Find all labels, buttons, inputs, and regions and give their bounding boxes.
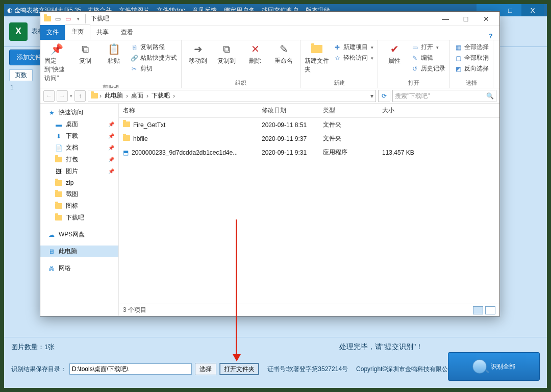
app-maximize[interactable]: □: [499, 4, 521, 16]
new-folder[interactable]: 新建文件夹: [305, 42, 329, 74]
breadcrumb[interactable]: › 此电脑› 桌面› 下载吧› ▾: [88, 90, 376, 102]
invert-selection[interactable]: ◩反向选择: [454, 64, 489, 74]
crumb-dropdown[interactable]: ▾: [370, 92, 373, 100]
magnifier-icon: [472, 359, 487, 374]
edit[interactable]: ✎编辑: [411, 53, 445, 63]
pages-tab[interactable]: 页数: [9, 69, 33, 81]
pin-button[interactable]: 📌固定到"快速访问": [44, 42, 69, 83]
copy-path[interactable]: ⎘复制路径: [130, 42, 177, 52]
rename[interactable]: ✎重命名: [271, 42, 296, 65]
tab-share[interactable]: 共享: [90, 25, 115, 40]
group-select: 选择: [454, 78, 489, 87]
nav-back[interactable]: ←: [43, 90, 55, 102]
open-folder-button[interactable]: 打开文件夹: [219, 363, 259, 375]
history[interactable]: ↺历史记录: [411, 64, 445, 74]
save-dir-input[interactable]: [69, 363, 192, 375]
view-details-icon[interactable]: [473, 306, 483, 314]
nav-forward[interactable]: →: [57, 90, 68, 102]
dialog-minimize[interactable]: —: [435, 13, 456, 24]
qat-dropdown[interactable]: ▾: [74, 15, 82, 23]
list-item[interactable]: Fire_GetTxt2020-09-11 8:51文件夹: [119, 118, 499, 132]
new-item[interactable]: ✚新建项目▾: [333, 42, 373, 52]
select-none[interactable]: ▢全部取消: [454, 53, 489, 63]
recognize-all-label: 识别全部: [491, 362, 515, 371]
nav-thispc[interactable]: 🖥此电脑: [40, 246, 118, 257]
view-large-icon[interactable]: [485, 306, 495, 314]
nav-tree: ★快速访问 ▬桌面📌 ⬇下载📌 📄文档📌 打包📌 🖼图片📌 zip 截图 图标 …: [40, 104, 119, 316]
list-item[interactable]: hbfile2020-09-11 9:37文件夹: [119, 132, 499, 145]
nav-tubiao[interactable]: 图标: [40, 200, 118, 212]
refresh-button[interactable]: ⟳: [378, 90, 390, 102]
nav-history-dd[interactable]: ▾: [70, 93, 72, 99]
tab-file[interactable]: 文件: [40, 25, 65, 40]
tab-view[interactable]: 查看: [115, 25, 139, 40]
nav-network[interactable]: 🖧网络: [40, 262, 118, 274]
column-headers[interactable]: 名称 修改日期 类型 大小: [119, 104, 499, 118]
cert-text: 证书号:软著登字第3527214号: [267, 365, 348, 374]
nav-zip[interactable]: zip: [40, 177, 118, 188]
easy-access[interactable]: ☆轻松访问▾: [333, 53, 373, 63]
qat-icon[interactable]: ▭: [54, 15, 62, 23]
save-dir-label: 识别结果保存目录：: [11, 365, 66, 374]
nav-wps[interactable]: ☁WPS网盘: [40, 229, 118, 240]
paste-button[interactable]: 📋粘贴: [102, 42, 126, 65]
move-to[interactable]: ➜移动到: [186, 42, 210, 65]
select-all[interactable]: ▦全部选择: [454, 42, 489, 52]
nav-documents[interactable]: 📄文档📌: [40, 142, 118, 154]
nav-jietu[interactable]: 截图: [40, 188, 118, 200]
nav-quick-access[interactable]: ★快速访问: [40, 107, 118, 118]
status-message: 处理完毕，请"提交识别"！: [222, 342, 540, 352]
app-close[interactable]: X: [521, 4, 544, 16]
dialog-close[interactable]: ✕: [476, 13, 496, 24]
folder-icon: [43, 15, 52, 23]
paste-shortcut[interactable]: 🔗粘贴快捷方式: [130, 53, 177, 63]
tab-home[interactable]: 主页: [65, 24, 90, 40]
list-item[interactable]: ⬒2000000233_9d7dcdda2db1cec1d4e...2020-0…: [119, 145, 499, 159]
nav-up[interactable]: ↑: [74, 90, 86, 102]
nav-desktop[interactable]: ▬桌面📌: [40, 118, 118, 130]
dialog-title: 下载吧: [91, 14, 109, 23]
group-organize: 组织: [186, 78, 296, 87]
app-icon: ◐: [7, 7, 12, 14]
qat-icon2[interactable]: ▭: [64, 15, 72, 23]
search-icon[interactable]: 🔍: [486, 92, 494, 100]
delete[interactable]: ✕删除: [243, 42, 267, 65]
copy-button[interactable]: ⧉复制: [73, 42, 97, 65]
image-count: 图片数量：1张: [11, 342, 222, 352]
nav-pictures[interactable]: 🖼图片📌: [40, 165, 118, 177]
help-icon[interactable]: ?: [485, 33, 496, 40]
cut[interactable]: ✂剪切: [130, 64, 177, 74]
properties[interactable]: ✔属性: [382, 42, 407, 65]
open[interactable]: ▭打开▾: [411, 42, 445, 52]
excel-icon: X: [9, 22, 28, 41]
copy-to[interactable]: ⧉复制到: [214, 42, 239, 65]
group-new: 新建: [305, 78, 373, 87]
dialog-maximize[interactable]: □: [456, 13, 476, 24]
choose-button[interactable]: 选择: [195, 363, 216, 375]
group-open: 打开: [382, 78, 445, 87]
file-dialog: ▭ ▭ ▾ 下载吧 — □ ✕ 文件 主页 共享 查看 ? 📌固定到"快速访问"…: [40, 11, 500, 316]
nav-downloads[interactable]: ⬇下载📌: [40, 130, 118, 142]
nav-xiazaiba[interactable]: 下载吧: [40, 212, 118, 224]
copyright-text: Copyright©深圳市金鸣科技有限公司: [356, 365, 454, 374]
nav-dabao[interactable]: 打包📌: [40, 154, 118, 165]
status-text: 3 个项目: [123, 306, 146, 314]
search-input[interactable]: [395, 92, 486, 100]
recognize-all-button[interactable]: 识别全部: [448, 352, 540, 381]
